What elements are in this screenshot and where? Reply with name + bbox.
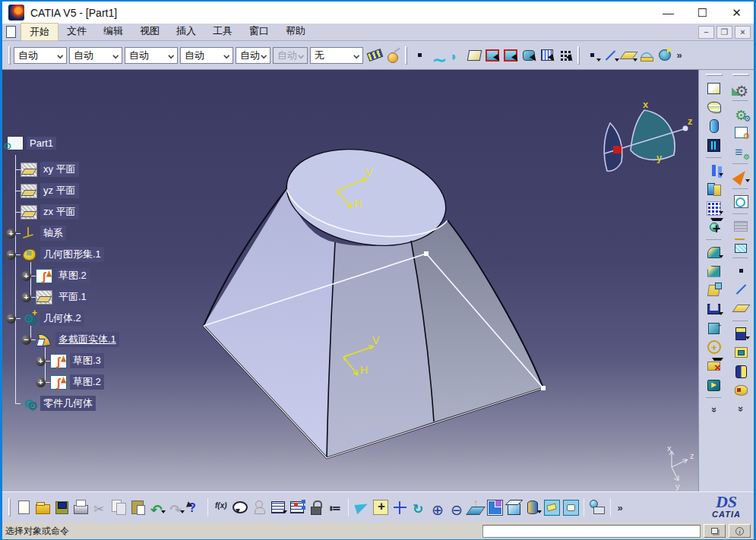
open-icon[interactable] — [33, 498, 52, 516]
mdi-minimize-button[interactable]: – — [698, 26, 714, 39]
zoom-out-icon[interactable] — [448, 498, 466, 516]
new-icon[interactable] — [14, 498, 33, 516]
more-tools-chevron[interactable]: » — [708, 405, 720, 415]
redo-icon[interactable] — [166, 498, 185, 516]
surface-crescent-icon[interactable] — [447, 46, 465, 65]
constraint-gray-icon[interactable] — [732, 217, 750, 235]
target-icon[interactable] — [705, 338, 723, 356]
tree-item[interactable]: 多截面实体.1 — [36, 330, 119, 349]
menu-帮助[interactable]: 帮助 — [277, 23, 314, 41]
tree-item-label[interactable]: 几何图形集.1 — [40, 247, 104, 262]
tree-item[interactable]: yz 平面 — [21, 182, 79, 200]
mdi-restore-button[interactable]: ❐ — [716, 26, 732, 39]
tree-item-label[interactable]: zx 平面 — [40, 204, 79, 219]
plane-par-icon[interactable] — [619, 46, 637, 65]
power-input-field[interactable] — [482, 525, 701, 538]
save-icon[interactable] — [52, 498, 71, 516]
pan-icon[interactable] — [391, 498, 409, 516]
menu-工具[interactable]: 工具 — [204, 23, 241, 41]
menu-窗口[interactable]: 窗口 — [241, 23, 277, 41]
toolbar-grip[interactable] — [405, 46, 407, 65]
remove-lump-icon[interactable] — [705, 357, 723, 375]
point-small-icon[interactable] — [410, 46, 429, 65]
transform-scale-icon[interactable] — [705, 218, 723, 236]
title-bar[interactable]: CATIA V5 - [Part1] — ☐ ✕ — [2, 2, 754, 24]
point-small-icon[interactable] — [583, 46, 601, 65]
insert-body-icon[interactable] — [705, 180, 723, 198]
tree-item-label[interactable]: 平面.1 — [55, 289, 90, 305]
tree-reorder-icon[interactable] — [732, 142, 750, 160]
tree-item-label[interactable]: 草图.2 — [55, 268, 90, 283]
normal-view-icon[interactable] — [467, 498, 485, 516]
constraint-dim-icon[interactable] — [732, 236, 750, 254]
hide-show-icon[interactable] — [542, 498, 561, 516]
sweep-icon[interactable] — [637, 46, 656, 65]
settings-gear-icon[interactable] — [732, 79, 750, 97]
more-tools-chevron[interactable]: » — [674, 49, 685, 61]
tree-item-label[interactable]: 零件几何体 — [40, 396, 96, 411]
filter-combo-3[interactable]: 自动 — [125, 47, 178, 64]
expand-node-button[interactable]: + — [21, 292, 31, 302]
chamfer-icon[interactable] — [705, 262, 723, 280]
tree-root-label[interactable]: Part1 — [27, 137, 56, 150]
paste-icon[interactable] — [128, 498, 147, 516]
select-arrow-icon[interactable] — [732, 167, 750, 185]
knowledge-gear-icon[interactable] — [732, 104, 750, 122]
pattern-icon[interactable] — [705, 199, 723, 217]
pad-box-icon[interactable] — [705, 79, 723, 97]
menu-编辑[interactable]: 编辑 — [95, 23, 131, 41]
box-face-icon[interactable] — [465, 46, 483, 65]
comment-icon[interactable] — [231, 498, 249, 516]
filter-combo-2[interactable]: 自动 — [69, 47, 122, 64]
turntable-icon[interactable] — [588, 498, 606, 516]
select-edge-icon[interactable] — [501, 46, 520, 65]
fly-icon[interactable] — [353, 498, 371, 516]
toolbar-grip[interactable] — [8, 46, 11, 65]
filter-combo-4[interactable]: 自动 — [180, 47, 233, 64]
select-face-icon[interactable] — [483, 46, 501, 65]
tree-item[interactable]: xy 平面 — [21, 160, 79, 178]
expand-node-button[interactable]: + — [36, 356, 46, 366]
tree-item[interactable]: 几何图形集.1 — [21, 245, 104, 264]
select-points-icon[interactable] — [556, 46, 574, 65]
sketcher-icon[interactable] — [732, 192, 750, 210]
line-diag-icon[interactable] — [601, 46, 619, 65]
light-ball-icon[interactable] — [384, 46, 402, 65]
render-style-icon[interactable] — [524, 498, 542, 516]
tree-item-label[interactable]: 多截面实体.1 — [55, 332, 119, 347]
filter-combo-5[interactable]: 自动 — [236, 47, 270, 64]
tree-item[interactable]: 平面.1 — [36, 288, 90, 306]
cut-icon[interactable] — [90, 498, 109, 516]
fit-all-icon[interactable] — [372, 498, 390, 516]
plane-par-icon[interactable] — [732, 299, 750, 317]
multi-section-solid[interactable] — [204, 137, 546, 458]
filter-combo-1[interactable]: 自动 — [14, 47, 67, 64]
collapse-node-button[interactable]: − — [21, 335, 31, 345]
rib-icon[interactable] — [705, 117, 723, 135]
toolbar-grip[interactable] — [8, 498, 11, 516]
menu-插入[interactable]: 插入 — [168, 23, 204, 41]
fx-icon[interactable] — [212, 498, 230, 516]
more-tools-chevron[interactable]: » — [735, 404, 747, 415]
design-table-icon[interactable] — [288, 498, 306, 516]
shell-icon[interactable] — [705, 300, 723, 318]
toolbar-grip[interactable] — [732, 74, 749, 76]
toolbar-grip[interactable] — [577, 46, 580, 65]
maximize-button[interactable]: ☐ — [685, 2, 720, 24]
check-icon[interactable] — [326, 498, 344, 516]
brush-icon[interactable] — [365, 46, 384, 65]
expand-power-input-button[interactable] — [704, 524, 726, 538]
tree-item[interactable]: 零件几何体 — [21, 394, 96, 412]
tree-item[interactable]: 轴系 — [21, 224, 66, 242]
collapse-node-button[interactable]: − — [6, 314, 16, 324]
whats-this-icon[interactable] — [185, 498, 204, 516]
print-icon[interactable] — [71, 498, 90, 516]
pocket-icon[interactable] — [732, 343, 750, 362]
tree-item-label[interactable]: 草图.2 — [70, 374, 104, 390]
person-icon[interactable] — [250, 498, 268, 516]
tree-item-label[interactable]: 轴系 — [40, 226, 66, 241]
fillet-icon[interactable] — [705, 243, 723, 261]
lock-icon[interactable] — [307, 498, 325, 516]
select-grid-icon[interactable] — [538, 46, 556, 65]
expand-node-button[interactable]: + — [36, 377, 46, 387]
